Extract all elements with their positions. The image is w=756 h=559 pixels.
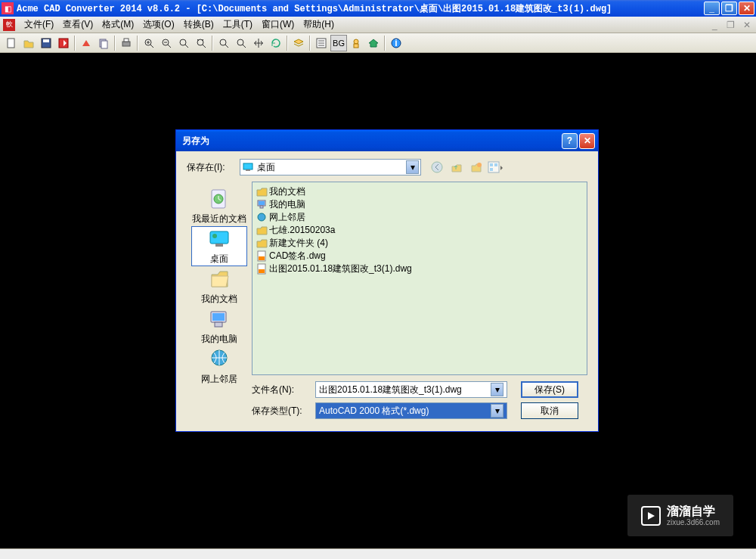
svg-rect-0 — [8, 39, 14, 48]
close-button[interactable]: ✕ — [739, 2, 754, 15]
svg-rect-28 — [354, 44, 358, 48]
open-file-icon[interactable] — [20, 35, 37, 51]
pan-icon[interactable] — [250, 35, 267, 51]
list-item[interactable]: 新建文件夹 (4) — [256, 237, 584, 250]
menu-window[interactable]: 窗口(W) — [257, 17, 299, 33]
list-item[interactable]: 我的电脑 — [256, 198, 584, 211]
nav-up-icon[interactable] — [448, 159, 465, 175]
menu-help[interactable]: 帮助(H) — [299, 17, 339, 33]
chevron-down-icon[interactable]: ▾ — [491, 404, 503, 418]
batch-convert-icon[interactable] — [78, 35, 94, 51]
svg-point-21 — [237, 39, 243, 45]
toolbar-separator — [114, 36, 116, 51]
menu-view[interactable]: 查看(V) — [58, 17, 98, 33]
menu-file[interactable]: 文件(F) — [20, 17, 58, 33]
place-computer[interactable]: 我的电脑 — [191, 306, 247, 346]
toolbar-separator — [384, 36, 386, 51]
svg-rect-37 — [494, 163, 497, 166]
bg-color-button[interactable]: BG — [330, 35, 347, 51]
view-menu-icon[interactable] — [488, 159, 504, 175]
folder-icon — [256, 238, 268, 249]
zoom-all-icon[interactable] — [215, 35, 232, 51]
menu-convert[interactable]: 转换(B) — [179, 17, 218, 33]
list-item[interactable]: CAD签名.dwg — [256, 250, 584, 262]
toolbar-separator — [212, 36, 213, 51]
new-file-icon[interactable] — [3, 35, 20, 51]
menu-options[interactable]: 选项(O) — [138, 17, 178, 33]
list-item[interactable]: 网上邻居 — [256, 211, 584, 224]
nav-back-icon[interactable] — [429, 159, 445, 175]
dialog-help-button[interactable]: ? — [562, 133, 578, 149]
svg-point-27 — [354, 39, 358, 44]
svg-rect-41 — [210, 231, 228, 244]
toolbar-separator — [137, 36, 138, 51]
svg-line-18 — [203, 45, 206, 48]
toolbar-separator — [74, 36, 76, 51]
file-list[interactable]: 我的文档 我的电脑 网上邻居 七雄.20150203a 新建文件夹 (4) CA… — [252, 182, 587, 375]
svg-rect-42 — [215, 244, 223, 247]
zoom-extent-icon[interactable] — [193, 35, 209, 51]
mydocs-icon — [207, 267, 231, 291]
mdi-minimize-button[interactable]: _ — [708, 20, 720, 30]
app-menu-icon: 軟 — [3, 19, 15, 31]
save-file-icon[interactable] — [38, 35, 54, 51]
filename-input[interactable]: 出图2015.01.18建筑图改_t3(1).dwg ▾ — [315, 381, 507, 398]
save-in-label: 保存在(I): — [187, 161, 240, 174]
svg-line-13 — [168, 45, 171, 48]
filename-label: 文件名(N): — [252, 384, 315, 396]
desktop-place-icon — [207, 227, 231, 251]
list-item[interactable]: 七雄.20150203a — [256, 224, 584, 237]
computer-small-icon — [256, 199, 268, 210]
watermark: 溜溜自学 zixue.3d66.com — [627, 495, 733, 536]
svg-point-33 — [432, 162, 442, 172]
chevron-down-icon[interactable]: ▾ — [406, 160, 419, 174]
svg-line-16 — [185, 45, 188, 48]
new-folder-icon[interactable] — [468, 159, 485, 175]
layers-icon[interactable] — [290, 35, 307, 51]
save-button[interactable]: 保存(S) — [521, 381, 578, 398]
menubar: 軟 文件(F) 查看(V) 格式(M) 选项(O) 转换(B) 工具(T) 窗口… — [0, 17, 756, 33]
svg-point-15 — [180, 39, 186, 45]
dialog-close-button[interactable]: ✕ — [579, 133, 595, 149]
export-icon[interactable] — [55, 35, 72, 51]
dialog-titlebar[interactable]: 另存为 ? ✕ — [176, 130, 598, 151]
toolbar-separator — [287, 36, 288, 51]
svg-rect-50 — [260, 206, 263, 208]
svg-rect-36 — [490, 163, 493, 166]
place-recent[interactable]: 我最近的文档 — [191, 186, 247, 226]
print-icon[interactable] — [118, 35, 135, 51]
mdi-restore-button[interactable]: ❐ — [725, 20, 737, 30]
window-title: Acme CAD Converter 2014 v8.6.2 - [C:\Doc… — [17, 2, 612, 15]
maximize-button[interactable]: ❐ — [721, 2, 737, 15]
svg-rect-5 — [101, 41, 107, 48]
filetype-select[interactable]: AutoCAD 2000 格式(*.dwg) ▾ — [315, 402, 507, 419]
list-item[interactable]: 我的文档 — [256, 185, 584, 198]
chevron-down-icon[interactable]: ▾ — [491, 383, 503, 396]
place-desktop[interactable]: 桌面 — [191, 226, 247, 266]
place-mydocs[interactable]: 我的文档 — [191, 266, 247, 306]
svg-point-43 — [212, 234, 217, 238]
computer-icon — [207, 307, 231, 331]
properties-icon[interactable] — [313, 35, 330, 51]
zoom-out-icon[interactable] — [158, 35, 175, 51]
home-icon[interactable] — [365, 35, 382, 51]
menu-format[interactable]: 格式(M) — [98, 17, 138, 33]
zoom-prev-icon[interactable] — [233, 35, 249, 51]
about-icon[interactable]: i — [388, 35, 404, 51]
shx-font-icon[interactable] — [348, 35, 364, 51]
list-item[interactable]: 出图2015.01.18建筑图改_t3(1).dwg — [256, 262, 584, 275]
statusbar — [0, 548, 756, 559]
svg-rect-49 — [259, 201, 265, 205]
zoom-in-icon[interactable] — [141, 35, 157, 51]
cancel-button[interactable]: 取消 — [521, 402, 578, 419]
desktop-icon — [242, 161, 254, 173]
svg-line-22 — [243, 45, 246, 48]
menu-tools[interactable]: 工具(T) — [218, 17, 257, 33]
copy-icon[interactable] — [95, 35, 112, 51]
regen-icon[interactable] — [268, 35, 284, 51]
save-in-combo[interactable]: 桌面 ▾ — [240, 159, 421, 175]
minimize-button[interactable]: _ — [704, 2, 720, 15]
mdi-close-button[interactable]: ✕ — [741, 20, 753, 30]
main-titlebar: ◧ Acme CAD Converter 2014 v8.6.2 - [C:\D… — [0, 0, 756, 17]
zoom-window-icon[interactable] — [175, 35, 192, 51]
